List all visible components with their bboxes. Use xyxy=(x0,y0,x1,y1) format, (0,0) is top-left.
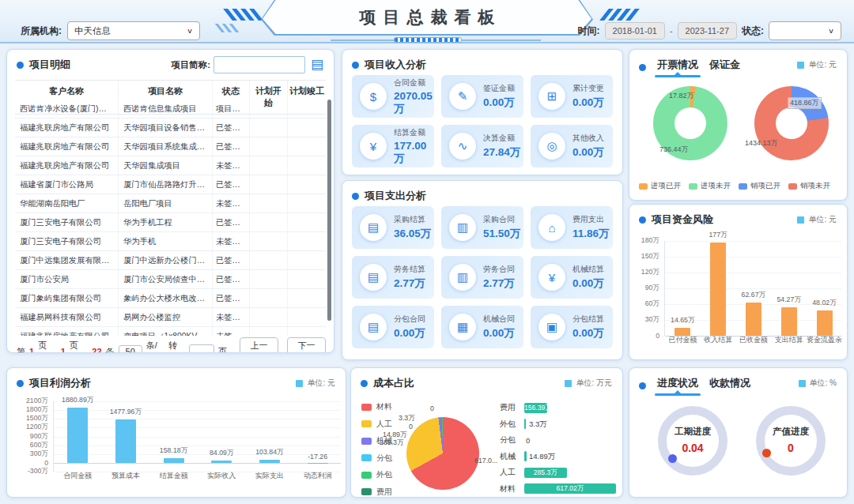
cost-bar[interactable]: 617.02万 xyxy=(524,483,616,494)
legend-color-icon xyxy=(639,183,648,190)
legend-item-材料[interactable]: 材料 xyxy=(361,401,392,412)
table-row[interactable]: 厦门三安电子有限公司华为手机工程已签合同 xyxy=(15,213,326,232)
settlement-amount-card[interactable]: ¥结算金额177.00万 xyxy=(352,125,434,167)
table-row[interactable]: 厦门象屿集团有限公司象屿办公大楼水电改造项目已签合同 xyxy=(15,289,326,308)
next-page-button[interactable]: 下一页 xyxy=(287,337,326,353)
unit-square-icon xyxy=(799,380,806,387)
legend-item-人工[interactable]: 人工 xyxy=(361,419,392,430)
bar-支出结算[interactable] xyxy=(781,307,797,336)
table-cell xyxy=(288,100,326,118)
project-name-search-input[interactable] xyxy=(214,56,305,73)
cost-bar[interactable]: 285.3万 xyxy=(524,468,567,478)
contract-amount-card[interactable]: $合同金额2070.05万 xyxy=(352,75,434,118)
subcontract-settlement-card[interactable]: ▣分包结算0.00万 xyxy=(531,306,613,348)
cost-row-费用: 费用156.39万 xyxy=(500,400,616,416)
bar-value-label: -17.26 xyxy=(308,453,327,461)
table-row[interactable]: 厦门市公安局厦门市公安局侦查中心办公设...已签合同 xyxy=(15,270,326,289)
tab-collection-status[interactable]: 收款情况 xyxy=(709,376,750,395)
legend-item-分包[interactable]: 分包 xyxy=(361,453,392,464)
purchase-settlement-card[interactable]: ▤采购结算36.05万 xyxy=(352,206,434,249)
table-row[interactable]: 福建兆联房地产有限公司变电项目（1x800KVA吊降柜）未签合同 xyxy=(15,327,326,336)
card-label: 采购结算 xyxy=(394,214,431,225)
search-list-icon[interactable]: ▤ xyxy=(308,56,326,73)
table-row[interactable]: 西诺肯净水设备(厦门)有限公司西诺肯信息集成项目项目在建 xyxy=(15,100,326,118)
donut-label: 418.86万 xyxy=(788,97,822,109)
panel-title: 项目利润分析 xyxy=(29,376,91,390)
bar-预算成本[interactable] xyxy=(115,419,136,463)
bar-结算金额[interactable] xyxy=(164,458,184,463)
cumulative-change-icon: ⊞ xyxy=(538,83,565,110)
cost-row-外包: 外包3.3万 xyxy=(500,416,616,433)
legend-label: 销项已开 xyxy=(750,181,780,191)
legend-item-进项已开[interactable]: 进项已开 xyxy=(639,181,681,191)
table-cell: 已签合同 xyxy=(213,289,250,307)
bar-资金流盈余[interactable] xyxy=(817,310,833,336)
legend-item-费用[interactable]: 费用 xyxy=(361,487,392,498)
table-cell: 已签合同 xyxy=(213,213,250,231)
tab-progress-status[interactable]: 进度状况 xyxy=(657,376,698,395)
cost-bar[interactable] xyxy=(524,451,527,461)
legend-item-销项已开[interactable]: 销项已开 xyxy=(739,181,780,191)
labor-settlement-card[interactable]: ▤劳务结算2.77万 xyxy=(352,256,434,299)
bar-已收金额[interactable] xyxy=(746,303,761,336)
date-separator: - xyxy=(670,26,673,36)
table-row[interactable]: 福建兆联房地产有限公司天华园项目系统集成部分已签合同 xyxy=(15,137,326,156)
card-label: 机械合同 xyxy=(483,314,515,325)
subcontract-contract-card[interactable]: ▤分包合同0.00万 xyxy=(352,306,434,348)
date-start-input[interactable]: 2018-01-01 xyxy=(605,22,665,39)
table-row[interactable]: 福建易网科技有限公司易网办公楼监控未签合同 xyxy=(15,308,326,327)
other-income-card[interactable]: ◎其他收入0.00万 xyxy=(531,125,613,167)
bar-value-label: 177万 xyxy=(709,231,727,240)
bar-动态利润[interactable] xyxy=(308,463,328,464)
status-select[interactable]: ∨ xyxy=(769,21,841,40)
page-word: 页 xyxy=(218,346,227,354)
legend-item-进项未开[interactable]: 进项未开 xyxy=(689,181,731,191)
bullet-dot-icon xyxy=(352,193,359,200)
bullet-dot-icon xyxy=(17,62,24,69)
legend-item-外包[interactable]: 外包 xyxy=(361,469,392,480)
bar-value-label: 62.67万 xyxy=(742,291,766,300)
table-cell xyxy=(288,213,326,231)
bar-实际收入[interactable] xyxy=(211,461,232,463)
cost-bar[interactable] xyxy=(524,419,526,429)
bar-收入结算[interactable] xyxy=(710,243,726,336)
bar-合同金额[interactable] xyxy=(67,408,88,463)
table-row[interactable]: 福建兆联房地产有限公司天华园集成项目未签合同 xyxy=(15,156,326,175)
purchase-contract-card[interactable]: ▥采购合同51.50万 xyxy=(441,206,523,249)
fee-expense-card[interactable]: ⌂费用支出11.86万 xyxy=(531,206,613,249)
table-cell: 天华园项目系统集成部分 xyxy=(119,137,213,156)
page-size-select[interactable]: 50 xyxy=(119,345,142,353)
legend-item-销项未开[interactable]: 销项未开 xyxy=(788,181,830,191)
cost-value-label: 14.89万 xyxy=(529,451,555,461)
prev-page-button[interactable]: 上一页 xyxy=(240,337,278,353)
date-end-input[interactable]: 2023-11-27 xyxy=(678,22,737,39)
visa-amount-card[interactable]: ✎签证金额0.00万 xyxy=(441,75,523,118)
table-scrollbar[interactable] xyxy=(327,100,331,321)
cost-bar-track: 156.39万 xyxy=(524,403,616,413)
tab-deposit[interactable]: 保证金 xyxy=(709,58,740,77)
bar-slot: 62.67万已收金额 xyxy=(736,241,772,336)
org-select[interactable]: 中天信息 ∨ xyxy=(67,21,200,40)
table-row[interactable]: 厦门三安电子有限公司华为手机未签合同 xyxy=(15,232,326,251)
cost-bar[interactable]: 156.39万 xyxy=(524,403,547,413)
table-cell: 未签合同 xyxy=(213,156,250,175)
tab-invoice-status[interactable]: 开票情况 xyxy=(657,58,698,77)
cost-row-label: 人工 xyxy=(500,467,520,478)
table-row[interactable]: 福建兆联房地产有限公司天华园项目设备销售部分已签合同 xyxy=(15,118,326,137)
card-label: 决算金额 xyxy=(483,133,520,144)
labor-contract-card[interactable]: ▥劳务合同2.77万 xyxy=(441,256,523,299)
machine-settlement-card[interactable]: ¥机械结算0.00万 xyxy=(531,256,613,299)
bar-实际支出[interactable] xyxy=(259,460,280,463)
goto-page-input[interactable] xyxy=(189,344,214,353)
final-account-card[interactable]: ∿决算金额27.84万 xyxy=(441,125,523,167)
labor-contract-icon: ▥ xyxy=(449,264,476,291)
table-row[interactable]: 厦门中远集团发展有限公司厦门中远新办公楼门禁系统已签合同 xyxy=(15,251,326,270)
table-cell xyxy=(288,156,326,175)
chevron-down-icon: ∨ xyxy=(828,27,834,35)
cumulative-change-card[interactable]: ⊞累计变更0.00万 xyxy=(531,75,613,118)
machine-contract-card[interactable]: ▦机械合同0.00万 xyxy=(441,306,523,348)
labor-settlement-icon: ▤ xyxy=(360,264,387,291)
table-row[interactable]: 华能湖南岳阳电厂岳阳电厂项目未签合同 xyxy=(15,194,326,213)
table-cell: 象屿办公大楼水电改造项目 xyxy=(119,289,213,307)
table-row[interactable]: 福建省厦门市公路局厦门市仙岳路路灯升级改造项目已签合同 xyxy=(15,175,326,194)
